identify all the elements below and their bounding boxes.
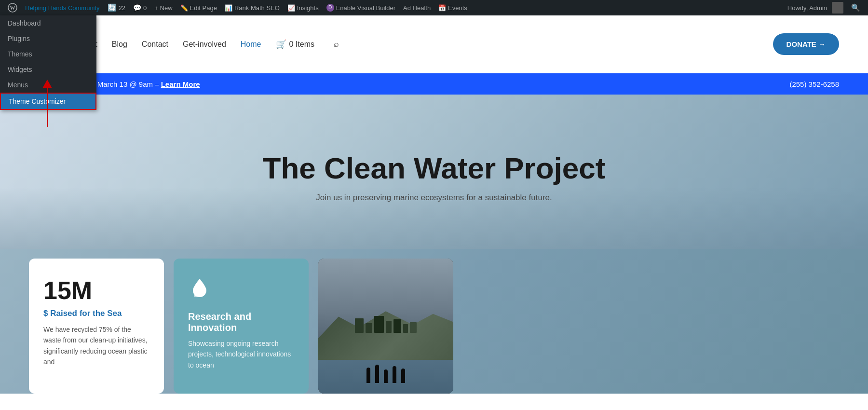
card-photo xyxy=(318,259,453,394)
cart-icon: 🛒 xyxy=(276,39,286,50)
site-name-item[interactable]: Helping Hands Community xyxy=(21,0,104,15)
rank-math-icon: 📊 xyxy=(225,4,232,12)
dropdown-item-widgets[interactable]: Widgets xyxy=(0,62,96,77)
ad-health-label: Ad Health xyxy=(403,4,431,12)
edit-page-label: Edit Page xyxy=(190,4,217,12)
donate-label: DONATE → xyxy=(787,40,826,48)
enable-vb-label: Enable Visual Builder xyxy=(336,4,395,12)
photo-scene xyxy=(318,259,453,394)
cards-section: 15M $ Raised for the Sea We have recycle… xyxy=(0,249,868,394)
card-description: We have recycled 75% of the waste from o… xyxy=(43,324,149,368)
insights-item[interactable]: 📈 Insights xyxy=(284,0,323,15)
new-item[interactable]: + New xyxy=(150,0,176,15)
howdy-item[interactable]: Howdy, Admin xyxy=(784,2,847,14)
dropdown-item-plugins[interactable]: Plugins xyxy=(0,31,96,46)
nav-contact[interactable]: Contact xyxy=(142,40,168,49)
wp-logo-item[interactable]: W xyxy=(4,0,21,15)
divi-icon: D xyxy=(326,4,334,12)
site-header: D About Blog Contact Get-involved Home 🛒… xyxy=(0,15,868,73)
card-number: 15M xyxy=(43,276,149,305)
events-icon: 📅 xyxy=(438,4,446,12)
dropdown-label-widgets: Widgets xyxy=(8,66,32,73)
dropdown-menu: Dashboard Plugins Themes Widgets Menus T… xyxy=(0,15,96,110)
events-label: Events xyxy=(448,4,467,12)
hero-subtitle: Join us in preserving marine ecosystems … xyxy=(316,193,552,203)
edit-icon: ✏️ xyxy=(180,4,188,12)
announcement-bar: Beach Cleanup Day: March 13 @ 9am – Lear… xyxy=(0,73,868,95)
announcement-link[interactable]: Learn More xyxy=(161,80,200,88)
comments-item[interactable]: 💬 0 xyxy=(129,0,150,15)
divi-item[interactable]: D Enable Visual Builder xyxy=(323,0,399,15)
nav-get-involved[interactable]: Get-involved xyxy=(183,40,226,49)
card-research-text: Showcasing ongoing research projects, te… xyxy=(188,338,294,370)
water-drop-icon xyxy=(188,276,294,303)
dropdown-item-menus[interactable]: Menus xyxy=(0,77,96,93)
dropdown-label-menus: Menus xyxy=(8,81,28,89)
updates-icon: 🔄 xyxy=(108,3,117,12)
insights-label: Insights xyxy=(297,4,319,12)
dropdown-label-themes: Themes xyxy=(8,50,32,58)
events-item[interactable]: 📅 Events xyxy=(434,0,471,15)
nav-home[interactable]: Home xyxy=(241,40,261,49)
dropdown-item-dashboard[interactable]: Dashboard xyxy=(0,15,96,31)
hero-title: The Clean Water Project xyxy=(263,151,606,185)
announcement-phone: (255) 352-6258 xyxy=(789,80,839,88)
cart-area[interactable]: 🛒 0 Items xyxy=(276,39,314,50)
wp-icon: W xyxy=(8,3,17,13)
search-admin-item[interactable]: 🔍 xyxy=(847,3,864,12)
comments-count: 0 xyxy=(143,4,147,12)
donate-button[interactable]: DONATE → xyxy=(773,33,839,55)
avatar-icon xyxy=(832,2,843,14)
dropdown-item-themes[interactable]: Themes xyxy=(0,46,96,62)
search-admin-icon: 🔍 xyxy=(851,3,860,12)
nav-blog[interactable]: Blog xyxy=(112,40,127,49)
comments-icon: 💬 xyxy=(133,4,141,12)
cart-label: 0 Items xyxy=(289,40,314,49)
dropdown-label-theme-customizer: Theme Customizer xyxy=(9,97,66,105)
card-research-title: Research and Innovation xyxy=(188,311,294,333)
card-stats: 15M $ Raised for the Sea We have recycle… xyxy=(29,259,164,394)
dropdown-label-dashboard: Dashboard xyxy=(8,19,41,27)
search-button[interactable]: ⌕ xyxy=(334,39,339,49)
website-content: D About Blog Contact Get-involved Home 🛒… xyxy=(0,15,868,394)
site-name-label: Helping Hands Community xyxy=(25,4,100,12)
edit-page-item[interactable]: ✏️ Edit Page xyxy=(176,0,221,15)
svg-text:W: W xyxy=(10,5,15,11)
site-nav: About Blog Contact Get-involved Home 🛒 0… xyxy=(77,39,773,50)
card-subtitle: $ Raised for the Sea xyxy=(43,309,149,318)
rank-math-label: Rank Math SEO xyxy=(234,4,280,12)
insights-icon: 📈 xyxy=(287,4,295,12)
svg-rect-2 xyxy=(194,295,202,297)
dropdown-label-plugins: Plugins xyxy=(8,35,30,42)
hero-section: The Clean Water Project Join us in prese… xyxy=(0,95,868,249)
updates-item[interactable]: 🔄 22 xyxy=(104,0,129,15)
updates-count: 22 xyxy=(119,4,125,12)
rank-math-item[interactable]: 📊 Rank Math SEO xyxy=(221,0,284,15)
ad-health-item[interactable]: Ad Health xyxy=(399,0,434,15)
new-label: + New xyxy=(154,4,172,12)
howdy-label: Howdy, Admin xyxy=(787,4,827,12)
dropdown-item-theme-customizer[interactable]: Theme Customizer xyxy=(0,93,96,110)
card-research: Research and Innovation Showcasing ongoi… xyxy=(174,259,309,394)
admin-bar: W Helping Hands Community 🔄 22 💬 0 + New… xyxy=(0,0,868,15)
